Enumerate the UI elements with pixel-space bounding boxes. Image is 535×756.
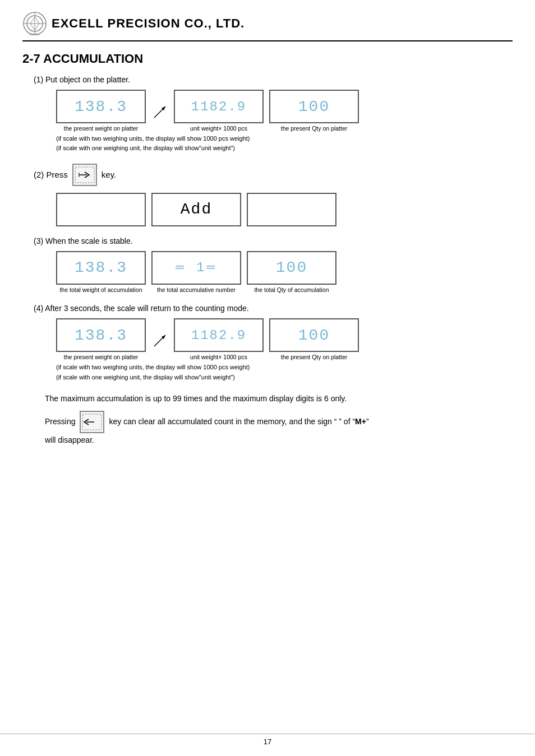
step3-disp3-label: the total Qty of accumulation <box>254 286 329 294</box>
step4-disp1: 138.3 the present weight on platter <box>56 318 146 361</box>
step3-disp1: 138.3 the total weight of accumulation <box>56 251 146 294</box>
step4-disp3-label: the present Qty on platter <box>281 354 347 361</box>
step3-disp1-value: 138.3 <box>71 259 131 276</box>
step2-disp3 <box>247 193 336 226</box>
step1-disp3-value: 100 <box>295 98 333 115</box>
step4-block: (4) After 3 seconds, the scale will retu… <box>22 304 513 382</box>
step4-note1: (if scale with two weighing units, the d… <box>56 363 513 373</box>
step1-disp3: 100 the present Qty on platter <box>269 90 359 133</box>
step1-note2: (if scale with one weighing unit, the di… <box>56 143 513 154</box>
step3-disp2-box: ═ 1═ <box>151 251 241 285</box>
section-title: 2-7 ACCUMULATION <box>22 52 513 66</box>
step1-notes: (if scale with two weighing units, the d… <box>56 134 513 154</box>
step3-disp2-label: the total accumulative number <box>157 286 236 294</box>
step2-disp2-box: Add <box>151 193 241 226</box>
step3-disp3-value: 100 <box>273 259 311 276</box>
step1-disp3-label: the present Qty on platter <box>281 125 347 133</box>
step2-press-row: (2) Press key. <box>34 164 513 186</box>
step1-disp1-box: 138.3 <box>56 90 146 123</box>
step4-disp2-value: 1182.9 <box>188 328 250 343</box>
step1-disp1: 138.3 the present weight on platter <box>56 90 146 133</box>
step2-disp2-value: Add <box>181 201 212 218</box>
svg-text:EXCELL: EXCELL <box>29 33 40 36</box>
key-arrow-icon <box>75 166 95 183</box>
step4-disp3-box: 100 <box>269 318 359 352</box>
step4-disp1-value: 138.3 <box>71 327 131 344</box>
step1-disp1-label: the present weight on platter <box>64 125 139 133</box>
step4-disp1-box: 138.3 <box>56 318 146 352</box>
step4-disp2-box: 1182.9 <box>174 318 264 352</box>
step2-block: (2) Press key. A <box>22 164 513 226</box>
step1-disp1-value: 138.3 <box>71 98 131 115</box>
step4-display-row: 138.3 the present weight on platter 1182… <box>56 318 513 361</box>
step4-slash-arrow <box>151 332 168 349</box>
logo-area: EXCELL EXCELL PRECISION CO., LTD. <box>22 11 245 36</box>
step1-label: (1) Put object on the platter. <box>34 75 513 84</box>
max-note: The maximum accumulation is up to 99 tim… <box>45 392 490 405</box>
step3-disp3-box: 100 <box>247 251 336 285</box>
header: EXCELL EXCELL PRECISION CO., LTD. <box>22 11 513 41</box>
page-number: 17 <box>264 738 271 746</box>
step1-block: (1) Put object on the platter. 138.3 the… <box>22 75 513 154</box>
step2-disp3-box <box>247 193 336 226</box>
step4-label: (4) After 3 seconds, the scale will retu… <box>34 304 513 313</box>
pressing-prefix: Pressing <box>45 415 75 429</box>
key-button[interactable] <box>72 164 97 186</box>
step4-disp2-label: unit weight× 1000 pcs <box>190 354 247 361</box>
step3-label: (3) When the scale is stable. <box>34 236 513 245</box>
step4-disp3-value: 100 <box>295 327 333 344</box>
step4-note2: (if scale with one weighing unit, the di… <box>56 373 513 383</box>
step4-notes: (if scale with two weighing units, the d… <box>56 363 513 382</box>
step1-disp2-label: unit weight× 1000 pcs <box>190 125 247 133</box>
pressing-key-button[interactable] <box>80 411 104 433</box>
step1-disp3-box: 100 <box>269 90 359 123</box>
excell-logo-icon: EXCELL <box>22 11 47 36</box>
step2-display-row: Add <box>56 193 513 226</box>
step3-disp2-value: ═ 1═ <box>176 260 217 275</box>
pressing-suffix: key can clear all accumulated count in t… <box>109 415 368 429</box>
step1-note1: (if scale with two weighing units, the d… <box>56 134 513 144</box>
step3-display-row: 138.3 the total weight of accumulation ═… <box>56 251 513 294</box>
step1-slash-arrow <box>151 104 168 120</box>
step1-display-row: 138.3 the present weight on platter 1182… <box>56 90 513 133</box>
will-disappear: will disappear. <box>45 435 513 444</box>
step3-disp3: 100 the total Qty of accumulation <box>247 251 336 294</box>
step3-disp1-box: 138.3 <box>56 251 146 285</box>
step1-disp2-box: 1182.9 <box>174 90 264 123</box>
pressing-row: Pressing key can clear all accumulated c… <box>45 411 513 433</box>
step1-disp2-value: 1182.9 <box>188 99 250 114</box>
step2-disp1 <box>56 193 146 226</box>
step3-disp2: ═ 1═ the total accumulative number <box>151 251 241 294</box>
step3-block: (3) When the scale is stable. 138.3 the … <box>22 236 513 294</box>
step2-disp1-box <box>56 193 146 226</box>
company-name: EXCELL PRECISION CO., LTD. <box>52 16 245 31</box>
step4-disp3: 100 the present Qty on platter <box>269 318 359 361</box>
step2-press-label: (2) Press <box>34 170 68 179</box>
pressing-key-arrow-icon <box>82 414 102 430</box>
pressing-mplus: M+ <box>355 417 366 426</box>
step4-disp1-label: the present weight on platter <box>64 354 139 361</box>
step2-disp2: Add <box>151 193 241 226</box>
step2-key-suffix: key. <box>102 170 116 179</box>
footer: 17 <box>0 734 535 746</box>
step4-disp2: 1182.9 unit weight× 1000 pcs <box>174 318 264 361</box>
page: EXCELL EXCELL PRECISION CO., LTD. 2-7 AC… <box>0 0 535 756</box>
step3-disp1-label: the total weight of accumulation <box>59 286 142 294</box>
step1-disp2: 1182.9 unit weight× 1000 pcs <box>174 90 264 133</box>
